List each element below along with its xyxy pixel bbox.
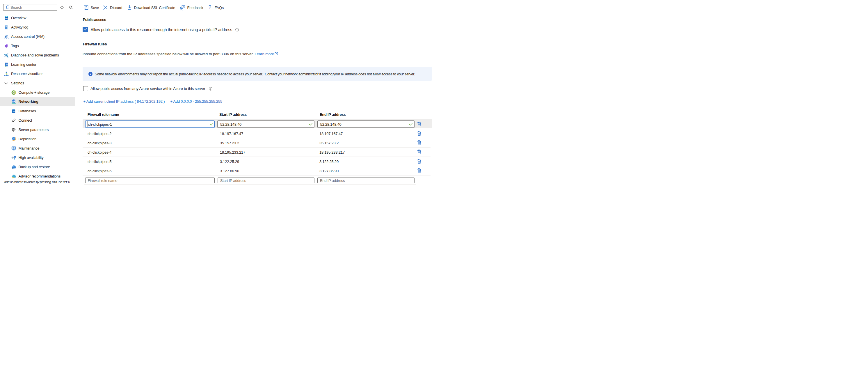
- svg-text:My: My: [5, 18, 7, 19]
- svg-text:101: 101: [6, 64, 8, 65]
- svg-text:DB: DB: [12, 111, 14, 112]
